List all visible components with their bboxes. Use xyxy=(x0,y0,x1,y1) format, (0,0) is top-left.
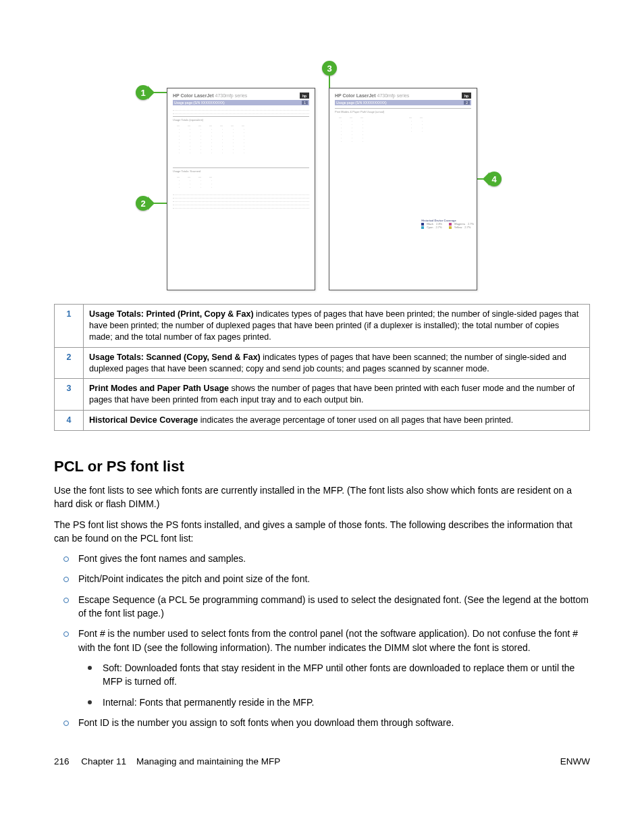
sheet-product-name: HP Color LaserJet xyxy=(173,93,214,98)
ref-num: 2 xyxy=(55,347,84,379)
sheet-page-number: 1 xyxy=(302,101,308,105)
table-row: 4 Historical Device Coverage indicates t… xyxy=(55,411,590,431)
footer-right: ENWW xyxy=(560,756,590,766)
list-item: Escape Sequence (a PCL 5e programming co… xyxy=(54,593,590,621)
sheet-page-number: 2 xyxy=(464,101,470,105)
usage-sheet-2: HP Color LaserJet 4730mfp series hp Usag… xyxy=(329,88,477,290)
hp-logo-icon: hp xyxy=(462,93,471,99)
sheet-section-usage-totals: Usage Totals (equivalent) xyxy=(173,116,309,122)
callout-1-label: 1 xyxy=(140,88,145,98)
sheet-section-print-modes: Print Modes & Paper Path Usage (actual) xyxy=(335,108,471,113)
section-heading-pcl-ps-font-list: PCL or PS font list xyxy=(54,458,590,475)
ref-num: 4 xyxy=(55,411,84,431)
list-item: Font gives the font names and samples. xyxy=(54,552,590,565)
table-row: 3 Print Modes and Paper Path Usage shows… xyxy=(55,379,590,411)
callout-4: 4 xyxy=(487,172,502,186)
table-row: 1 Usage Totals: Printed (Print, Copy & F… xyxy=(55,305,590,348)
ref-desc: Historical Device Coverage indicates the… xyxy=(84,411,590,431)
sheet-product-name: HP Color LaserJet xyxy=(335,93,376,98)
footer-left: 216 Chapter 11 Managing and maintaining … xyxy=(54,756,280,766)
ref-desc: Usage Totals: Scanned (Copy, Send & Fax)… xyxy=(84,347,590,379)
sub-bullets: Soft: Downloaded fonts that stay residen… xyxy=(78,661,590,709)
usage-sheet-1: HP Color LaserJet 4730mfp series hp Usag… xyxy=(167,88,315,290)
list-item: Font ID is the number you assign to soft… xyxy=(54,716,590,729)
list-item: Internal: Fonts that permanently reside … xyxy=(78,696,590,709)
ref-num: 3 xyxy=(55,379,84,411)
sheet-model: 4730mfp series xyxy=(215,93,248,98)
body-paragraph: The PS font list shows the PS fonts inst… xyxy=(54,518,590,546)
list-item: Pitch/Point indicates the pitch and poin… xyxy=(54,572,590,585)
font-list-bullets: Font gives the font names and samples. P… xyxy=(54,552,590,729)
callout-1: 1 xyxy=(136,85,151,100)
callout-4-label: 4 xyxy=(491,174,496,184)
footer-chapter: Chapter 11 xyxy=(81,756,126,766)
callout-2: 2 xyxy=(136,196,151,211)
body-paragraph: Use the font lists to see which fonts ar… xyxy=(54,484,590,511)
sheet-bar-title: Usage page (S/N XXXXXXXXXX) xyxy=(174,101,225,105)
list-item: Font # is the number used to select font… xyxy=(54,627,590,708)
ref-num: 1 xyxy=(55,305,84,348)
page-footer: 216 Chapter 11 Managing and maintaining … xyxy=(54,756,590,766)
list-item-text: Font # is the number used to select font… xyxy=(78,628,578,652)
table-row: 2 Usage Totals: Scanned (Copy, Send & Fa… xyxy=(55,347,590,379)
historical-coverage-box: Historical Device Coverage Black2.3% Mag… xyxy=(421,219,474,229)
callout-3: 3 xyxy=(322,61,337,76)
callout-3-label: 3 xyxy=(327,63,331,74)
footer-page-number: 216 xyxy=(54,756,70,766)
list-item: Soft: Downloaded fonts that stay residen… xyxy=(78,661,590,689)
ref-desc: Usage Totals: Printed (Print, Copy & Fax… xyxy=(84,305,590,348)
ref-desc: Print Modes and Paper Path Usage shows t… xyxy=(84,379,590,411)
footer-chapter-title: Managing and maintaining the MFP xyxy=(136,756,280,766)
hp-logo-icon: hp xyxy=(300,93,309,99)
sheet-model: 4730mfp series xyxy=(377,93,410,98)
callout-2-label: 2 xyxy=(140,199,145,209)
sheet-bar-title: Usage page (S/N XXXXXXXXXX) xyxy=(336,101,387,105)
callout-reference-table: 1 Usage Totals: Printed (Print, Copy & F… xyxy=(54,304,590,431)
usage-page-figure: 3 1 2 4 HP Color LaserJet 4730mfp series… xyxy=(126,61,518,297)
